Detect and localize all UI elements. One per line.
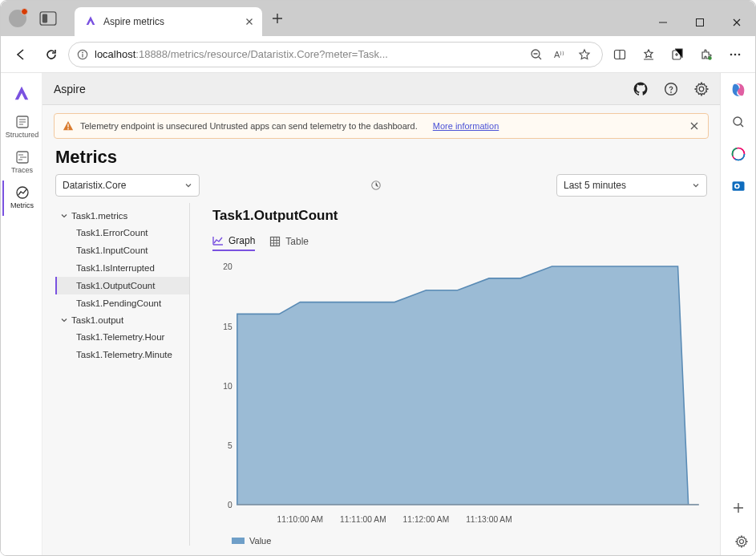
svg-text:10: 10 [223,381,232,391]
chevron-down-icon [692,181,700,189]
page-title: Metrics [42,144,720,174]
nav-traces[interactable]: Traces [2,145,41,181]
chevron-down-icon [60,316,68,324]
app-header: Aspire [42,73,720,105]
telemetry-warning: Telemetry endpoint is unsecured Untruste… [54,113,709,139]
sidebar-settings-icon[interactable] [730,530,753,553]
tab-title: Aspire metrics [103,16,237,27]
svg-point-20 [67,128,69,130]
tree-leaf[interactable]: Task1.Telemetry.Minute [55,346,189,363]
github-icon[interactable] [633,82,648,96]
new-tab-button[interactable] [265,6,289,30]
aspire-main: Aspire Telemetry endpoint is unsecured U… [42,73,720,555]
brand-label: Aspire [54,83,86,95]
resource-value: Dataristix.Core [63,180,126,191]
tab-table[interactable]: Table [269,235,309,251]
chart: 0510152011:10:00 AM11:11:00 AM11:12:00 A… [212,258,707,531]
svg-point-13 [734,53,737,55]
nav-label: Metrics [10,201,34,209]
legend-label: Value [249,536,271,546]
metric-title: Task1.OutputCount [212,203,707,235]
outlook-icon[interactable] [730,177,747,195]
svg-text:20: 20 [223,262,232,271]
tree-group-output[interactable]: Task1.output [55,312,189,328]
tab-graph[interactable]: Graph [212,235,255,251]
settings-icon[interactable] [694,82,709,96]
alert-close-button[interactable] [689,120,700,132]
search-icon[interactable] [730,113,747,131]
nav-structured[interactable]: Structured [2,110,41,145]
svg-point-11 [708,56,711,59]
svg-point-33 [734,117,742,125]
copilot-icon[interactable] [730,81,747,99]
tab-close-button[interactable] [243,15,256,28]
svg-text:A⁾⁾: A⁾⁾ [554,50,564,59]
browser-tab[interactable]: Aspire metrics [75,7,262,36]
warning-icon [63,120,74,132]
alert-link[interactable]: More information [433,121,499,131]
resource-dropdown[interactable]: Dataristix.Core [55,174,200,197]
url-text: localhost:18888/metrics/resource/Dataris… [95,48,524,60]
time-range-dropdown[interactable]: Last 5 minutes [556,174,707,197]
back-button[interactable] [7,41,34,68]
svg-point-14 [738,53,741,55]
window-close-button[interactable] [718,9,755,36]
window-minimize-button[interactable] [645,9,681,36]
metric-pane: Task1.OutputCount Graph Table 0510152011… [190,203,707,546]
help-icon[interactable] [664,82,678,96]
graph-icon [212,235,224,246]
refresh-button[interactable] [38,41,65,68]
tree-leaf[interactable]: Task1.Telemetry.Hour [55,328,189,346]
nav-metrics[interactable]: Metrics [2,181,41,216]
metrics-tree: Task1.metrics Task1.ErrorCount Task1.Inp… [55,203,190,546]
svg-text:15: 15 [223,321,232,331]
window-maximize-button[interactable] [681,9,718,36]
tree-leaf[interactable]: Task1.IsInterrupted [55,259,189,277]
aspire-logo-icon[interactable] [1,78,42,110]
favorite-icon[interactable] [578,48,591,61]
add-sidebar-icon[interactable] [730,499,747,517]
svg-rect-1 [42,14,47,23]
svg-rect-19 [67,124,68,127]
tab-label: Table [285,236,309,247]
svg-rect-2 [697,19,704,26]
browser-toolbar: localhost:18888/metrics/resource/Dataris… [1,36,755,73]
favorites-list-icon[interactable] [635,41,662,68]
tree-leaf[interactable]: Task1.PendingCount [55,294,189,312]
chart-legend: Value [212,531,707,546]
range-value: Last 5 minutes [564,180,626,191]
collections-icon[interactable] [664,41,691,68]
aspire-left-nav: Structured Traces Metrics [1,73,42,555]
aspire-favicon-icon [84,15,97,28]
zoom-out-icon[interactable] [530,48,543,61]
site-info-icon[interactable] [77,49,88,60]
m365-icon[interactable] [730,145,747,163]
window-titlebar: Aspire metrics [1,1,755,36]
split-screen-icon[interactable] [606,41,633,68]
svg-point-39 [735,185,738,187]
legend-swatch [232,538,245,544]
svg-text:0: 0 [228,500,232,509]
tree-leaf-selected[interactable]: Task1.OutputCount [55,277,189,294]
workspaces-icon[interactable] [38,10,59,27]
clock-icon [370,180,382,191]
tree-group-label: Task1.output [71,315,123,325]
tree-group-label: Task1.metrics [71,211,127,221]
tree-leaf[interactable]: Task1.ErrorCount [55,224,189,241]
address-bar[interactable]: localhost:18888/metrics/resource/Dataris… [68,42,603,67]
svg-text:11:11:00 AM: 11:11:00 AM [340,514,386,524]
tree-group-metrics[interactable]: Task1.metrics [55,208,189,224]
extensions-icon[interactable] [693,41,720,68]
svg-point-12 [730,53,733,55]
tree-leaf[interactable]: Task1.InputCount [55,241,189,259]
svg-text:11:13:00 AM: 11:13:00 AM [466,514,512,524]
svg-point-4 [82,51,83,53]
profile-avatar[interactable] [9,10,26,27]
svg-text:11:12:00 AM: 11:12:00 AM [403,514,450,524]
tab-label: Graph [228,235,255,246]
edge-right-sidebar [720,73,755,555]
more-icon[interactable] [722,41,749,68]
read-aloud-icon[interactable]: A⁾⁾ [554,48,567,61]
svg-rect-5 [82,54,83,57]
svg-rect-22 [271,237,280,246]
